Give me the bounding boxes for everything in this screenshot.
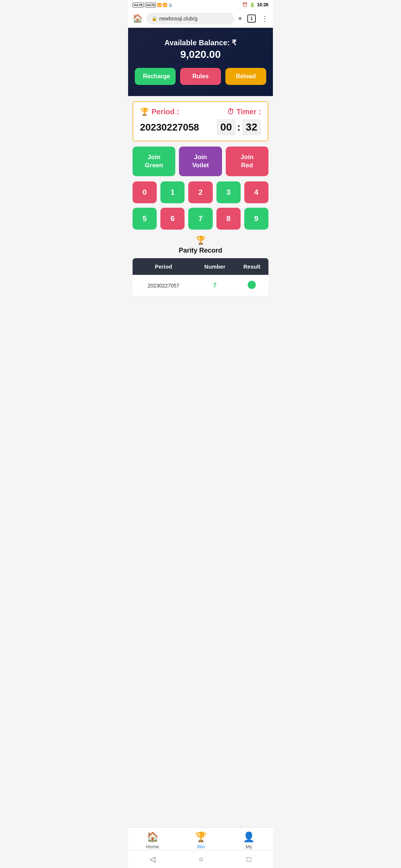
row-period: 20230227057 xyxy=(133,275,195,296)
join-green-button[interactable]: JoinGreen xyxy=(133,147,175,176)
action-buttons: Recharge Rules Reload xyxy=(136,68,265,85)
battery-icon: 🔋 xyxy=(250,2,255,7)
signal-icon-2: 📶 xyxy=(163,3,167,7)
timer-minutes: 00 xyxy=(216,119,235,135)
number-6-button[interactable]: 6 xyxy=(160,208,185,230)
number-row-1: 0 1 2 3 4 xyxy=(133,181,268,203)
number-9-button[interactable]: 9 xyxy=(244,208,268,230)
parity-section: 🏆 Parity Record Period Number Result 202… xyxy=(133,236,268,296)
signal-icon-1: 📶 xyxy=(157,3,162,7)
parity-title: Parity Record xyxy=(133,247,268,254)
col-result: Result xyxy=(235,258,268,275)
time-display: 10:26 xyxy=(257,2,268,7)
trophy-icon: 🏆 xyxy=(140,107,149,116)
number-5-button[interactable]: 5 xyxy=(133,208,157,230)
wifi-icon: 📡 xyxy=(168,3,173,7)
number-4-button[interactable]: 4 xyxy=(244,181,268,203)
number-7-button[interactable]: 7 xyxy=(188,208,212,230)
timer-colon: : xyxy=(237,121,241,133)
row-number: 7 xyxy=(195,275,235,296)
volte1-label: VoLTE xyxy=(133,3,144,7)
recharge-button[interactable]: Recharge xyxy=(135,68,176,85)
balance-label: Available Balance: ₹ xyxy=(136,38,265,47)
tab-count[interactable]: 1 xyxy=(247,14,256,23)
col-period: Period xyxy=(133,258,195,275)
reload-button[interactable]: Reload xyxy=(225,68,266,85)
col-number: Number xyxy=(195,258,235,275)
parity-table-header: Period Number Result xyxy=(133,258,268,275)
period-timer-box: 🏆 Period : ⏱ Timer : 20230227058 00 : 32 xyxy=(133,101,268,141)
status-right: ⏰ 🔋 10:26 xyxy=(242,2,268,7)
status-left: VoLTE VoLTE 📶 📶 📡 xyxy=(133,3,173,7)
parity-table: Period Number Result 20230227057 7 xyxy=(133,258,268,296)
period-timer-top: 🏆 Period : ⏱ Timer : xyxy=(140,107,261,116)
main-content: Available Balance: ₹ 9,020.00 Recharge R… xyxy=(128,28,273,345)
add-tab-button[interactable]: + xyxy=(238,14,242,23)
timer-seconds: 32 xyxy=(242,119,261,135)
timer-label: ⏱ Timer : xyxy=(227,108,261,116)
browser-bar: 🏠 🔒 newbossji.club/g + 1 ⋮ xyxy=(128,10,273,28)
volte2-label: VoLTE xyxy=(145,3,156,7)
url-bar[interactable]: 🔒 newbossji.club/g xyxy=(146,13,234,24)
row-result xyxy=(235,275,268,296)
number-row-2: 5 6 7 8 9 xyxy=(133,208,268,230)
join-buttons: JoinGreen JoinVoilet JoinRed xyxy=(133,147,268,176)
browser-home-icon[interactable]: 🏠 xyxy=(133,14,143,23)
menu-button[interactable]: ⋮ xyxy=(261,14,268,23)
period-timer-bottom: 20230227058 00 : 32 xyxy=(140,119,261,135)
timer-display: 00 : 32 xyxy=(216,119,261,135)
status-bar: VoLTE VoLTE 📶 📶 📡 ⏰ 🔋 10:26 xyxy=(128,0,273,10)
period-number: 20230227058 xyxy=(140,122,199,133)
balance-header: Available Balance: ₹ 9,020.00 Recharge R… xyxy=(128,28,273,96)
number-grid: 0 1 2 3 4 5 6 7 8 9 xyxy=(133,181,268,230)
number-3-button[interactable]: 3 xyxy=(216,181,241,203)
balance-amount: 9,020.00 xyxy=(136,49,265,60)
join-red-button[interactable]: JoinRed xyxy=(226,147,268,176)
rules-button[interactable]: Rules xyxy=(180,68,221,85)
number-2-button[interactable]: 2 xyxy=(188,181,212,203)
table-row: 20230227057 7 xyxy=(133,275,268,296)
number-8-button[interactable]: 8 xyxy=(216,208,241,230)
parity-trophy-icon: 🏆 xyxy=(133,236,268,245)
parity-header: 🏆 Parity Record xyxy=(133,236,268,254)
join-violet-button[interactable]: JoinVoilet xyxy=(179,147,222,176)
number-1-button[interactable]: 1 xyxy=(160,181,185,203)
alarm-icon: ⏰ xyxy=(242,2,248,7)
period-label: 🏆 Period : xyxy=(140,107,179,116)
url-text: newbossji.club/g xyxy=(159,16,198,22)
browser-actions: + 1 ⋮ xyxy=(238,14,268,23)
number-0-button[interactable]: 0 xyxy=(133,181,157,203)
lock-icon: 🔒 xyxy=(151,16,157,21)
clock-icon: ⏱ xyxy=(227,108,234,116)
